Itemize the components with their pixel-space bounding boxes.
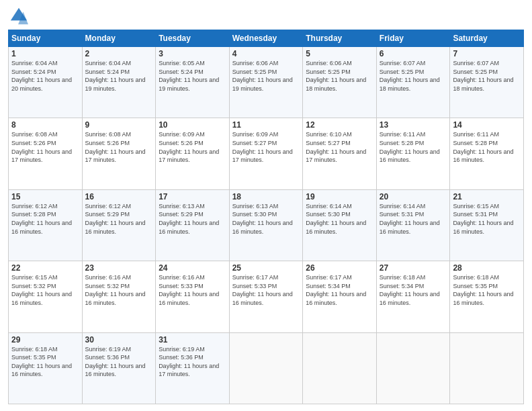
day-info: Sunrise: 6:18 AMSunset: 5:34 PMDaylight:… bbox=[380, 273, 447, 307]
day-info: Sunrise: 6:14 AMSunset: 5:30 PMDaylight:… bbox=[306, 202, 373, 236]
day-number: 6 bbox=[380, 49, 447, 58]
day-number: 19 bbox=[306, 192, 373, 201]
calendar-cell: 15Sunrise: 6:12 AMSunset: 5:28 PMDayligh… bbox=[9, 189, 83, 261]
logo bbox=[8, 7, 28, 26]
calendar-cell bbox=[303, 332, 377, 404]
day-info: Sunrise: 6:06 AMSunset: 5:25 PMDaylight:… bbox=[306, 59, 373, 93]
day-info: Sunrise: 6:13 AMSunset: 5:29 PMDaylight:… bbox=[159, 202, 226, 236]
calendar: SundayMondayTuesdayWednesdayThursdayFrid… bbox=[8, 30, 524, 404]
day-number: 13 bbox=[380, 120, 447, 130]
day-info: Sunrise: 6:05 AMSunset: 5:24 PMDaylight:… bbox=[159, 59, 226, 93]
day-info: Sunrise: 6:17 AMSunset: 5:34 PMDaylight:… bbox=[306, 273, 373, 307]
calendar-cell: 22Sunrise: 6:15 AMSunset: 5:32 PMDayligh… bbox=[9, 261, 83, 332]
calendar-cell: 8Sunrise: 6:08 AMSunset: 5:26 PMDaylight… bbox=[9, 118, 83, 189]
calendar-cell: 14Sunrise: 6:11 AMSunset: 5:28 PMDayligh… bbox=[450, 118, 524, 189]
day-number: 28 bbox=[453, 263, 521, 273]
day-number: 31 bbox=[159, 335, 226, 345]
calendar-week-5: 29Sunrise: 6:18 AMSunset: 5:35 PMDayligh… bbox=[9, 332, 524, 404]
calendar-cell: 25Sunrise: 6:17 AMSunset: 5:33 PMDayligh… bbox=[229, 261, 303, 332]
day-info: Sunrise: 6:19 AMSunset: 5:36 PMDaylight:… bbox=[85, 345, 153, 379]
header-cell-monday: Monday bbox=[82, 30, 156, 47]
day-number: 27 bbox=[380, 263, 447, 273]
header-cell-wednesday: Wednesday bbox=[229, 30, 303, 47]
day-number: 21 bbox=[453, 192, 521, 201]
day-info: Sunrise: 6:11 AMSunset: 5:28 PMDaylight:… bbox=[453, 130, 521, 164]
day-number: 12 bbox=[306, 120, 373, 130]
day-number: 16 bbox=[85, 192, 153, 201]
calendar-cell bbox=[376, 332, 450, 404]
calendar-cell: 24Sunrise: 6:16 AMSunset: 5:33 PMDayligh… bbox=[156, 261, 230, 332]
day-info: Sunrise: 6:04 AMSunset: 5:24 PMDaylight:… bbox=[85, 59, 153, 93]
calendar-cell: 9Sunrise: 6:08 AMSunset: 5:26 PMDaylight… bbox=[82, 118, 156, 189]
day-number: 30 bbox=[85, 335, 153, 345]
calendar-cell: 28Sunrise: 6:18 AMSunset: 5:35 PMDayligh… bbox=[450, 261, 524, 332]
day-info: Sunrise: 6:15 AMSunset: 5:31 PMDaylight:… bbox=[453, 202, 521, 236]
day-info: Sunrise: 6:10 AMSunset: 5:27 PMDaylight:… bbox=[306, 130, 373, 164]
header-cell-tuesday: Tuesday bbox=[156, 30, 230, 47]
day-info: Sunrise: 6:13 AMSunset: 5:30 PMDaylight:… bbox=[232, 202, 300, 236]
calendar-header-row: SundayMondayTuesdayWednesdayThursdayFrid… bbox=[9, 30, 524, 47]
day-number: 26 bbox=[306, 263, 373, 273]
calendar-week-1: 1Sunrise: 6:04 AMSunset: 5:24 PMDaylight… bbox=[9, 47, 524, 118]
day-number: 3 bbox=[159, 49, 226, 58]
day-number: 10 bbox=[159, 120, 226, 130]
day-info: Sunrise: 6:08 AMSunset: 5:26 PMDaylight:… bbox=[11, 130, 79, 164]
header-cell-sunday: Sunday bbox=[9, 30, 83, 47]
day-info: Sunrise: 6:11 AMSunset: 5:28 PMDaylight:… bbox=[380, 130, 447, 164]
day-info: Sunrise: 6:12 AMSunset: 5:28 PMDaylight:… bbox=[11, 202, 79, 236]
day-info: Sunrise: 6:15 AMSunset: 5:32 PMDaylight:… bbox=[11, 273, 79, 307]
day-number: 15 bbox=[11, 192, 79, 201]
day-info: Sunrise: 6:08 AMSunset: 5:26 PMDaylight:… bbox=[85, 130, 153, 164]
calendar-cell: 27Sunrise: 6:18 AMSunset: 5:34 PMDayligh… bbox=[376, 261, 450, 332]
day-info: Sunrise: 6:16 AMSunset: 5:33 PMDaylight:… bbox=[159, 273, 226, 307]
calendar-cell: 11Sunrise: 6:09 AMSunset: 5:27 PMDayligh… bbox=[229, 118, 303, 189]
day-number: 9 bbox=[85, 120, 153, 130]
calendar-week-2: 8Sunrise: 6:08 AMSunset: 5:26 PMDaylight… bbox=[9, 118, 524, 189]
calendar-cell: 30Sunrise: 6:19 AMSunset: 5:36 PMDayligh… bbox=[82, 332, 156, 404]
day-info: Sunrise: 6:17 AMSunset: 5:33 PMDaylight:… bbox=[232, 273, 300, 307]
day-info: Sunrise: 6:18 AMSunset: 5:35 PMDaylight:… bbox=[453, 273, 521, 307]
day-number: 2 bbox=[85, 49, 153, 58]
calendar-cell: 10Sunrise: 6:09 AMSunset: 5:26 PMDayligh… bbox=[156, 118, 230, 189]
day-info: Sunrise: 6:06 AMSunset: 5:25 PMDaylight:… bbox=[232, 59, 300, 93]
day-info: Sunrise: 6:16 AMSunset: 5:32 PMDaylight:… bbox=[85, 273, 153, 307]
calendar-cell bbox=[450, 332, 524, 404]
calendar-cell: 4Sunrise: 6:06 AMSunset: 5:25 PMDaylight… bbox=[229, 47, 303, 118]
calendar-cell: 29Sunrise: 6:18 AMSunset: 5:35 PMDayligh… bbox=[9, 332, 83, 404]
calendar-cell: 6Sunrise: 6:07 AMSunset: 5:25 PMDaylight… bbox=[376, 47, 450, 118]
day-info: Sunrise: 6:07 AMSunset: 5:25 PMDaylight:… bbox=[453, 59, 521, 93]
day-number: 20 bbox=[380, 192, 447, 201]
day-number: 22 bbox=[11, 263, 79, 273]
calendar-cell: 2Sunrise: 6:04 AMSunset: 5:24 PMDaylight… bbox=[82, 47, 156, 118]
day-number: 7 bbox=[453, 49, 521, 58]
day-info: Sunrise: 6:19 AMSunset: 5:36 PMDaylight:… bbox=[159, 345, 226, 379]
day-info: Sunrise: 6:07 AMSunset: 5:25 PMDaylight:… bbox=[380, 59, 447, 93]
calendar-cell: 26Sunrise: 6:17 AMSunset: 5:34 PMDayligh… bbox=[303, 261, 377, 332]
day-number: 5 bbox=[306, 49, 373, 58]
calendar-cell: 13Sunrise: 6:11 AMSunset: 5:28 PMDayligh… bbox=[376, 118, 450, 189]
day-number: 1 bbox=[11, 49, 79, 58]
calendar-week-4: 22Sunrise: 6:15 AMSunset: 5:32 PMDayligh… bbox=[9, 261, 524, 332]
day-number: 17 bbox=[159, 192, 226, 201]
day-number: 29 bbox=[11, 335, 79, 345]
calendar-cell: 16Sunrise: 6:12 AMSunset: 5:29 PMDayligh… bbox=[82, 189, 156, 261]
day-info: Sunrise: 6:09 AMSunset: 5:26 PMDaylight:… bbox=[159, 130, 226, 164]
calendar-cell: 1Sunrise: 6:04 AMSunset: 5:24 PMDaylight… bbox=[9, 47, 83, 118]
calendar-cell: 31Sunrise: 6:19 AMSunset: 5:36 PMDayligh… bbox=[156, 332, 230, 404]
calendar-cell: 21Sunrise: 6:15 AMSunset: 5:31 PMDayligh… bbox=[450, 189, 524, 261]
day-info: Sunrise: 6:12 AMSunset: 5:29 PMDaylight:… bbox=[85, 202, 153, 236]
day-info: Sunrise: 6:14 AMSunset: 5:31 PMDaylight:… bbox=[380, 202, 447, 236]
day-number: 11 bbox=[232, 120, 300, 130]
calendar-cell: 20Sunrise: 6:14 AMSunset: 5:31 PMDayligh… bbox=[376, 189, 450, 261]
calendar-cell: 18Sunrise: 6:13 AMSunset: 5:30 PMDayligh… bbox=[229, 189, 303, 261]
day-info: Sunrise: 6:09 AMSunset: 5:27 PMDaylight:… bbox=[232, 130, 300, 164]
calendar-cell bbox=[229, 332, 303, 404]
day-info: Sunrise: 6:18 AMSunset: 5:35 PMDaylight:… bbox=[11, 345, 79, 379]
header-cell-friday: Friday bbox=[376, 30, 450, 47]
day-number: 8 bbox=[11, 120, 79, 130]
day-number: 25 bbox=[232, 263, 300, 273]
calendar-week-3: 15Sunrise: 6:12 AMSunset: 5:28 PMDayligh… bbox=[9, 189, 524, 261]
calendar-cell: 12Sunrise: 6:10 AMSunset: 5:27 PMDayligh… bbox=[303, 118, 377, 189]
calendar-cell: 17Sunrise: 6:13 AMSunset: 5:29 PMDayligh… bbox=[156, 189, 230, 261]
calendar-cell: 23Sunrise: 6:16 AMSunset: 5:32 PMDayligh… bbox=[82, 261, 156, 332]
